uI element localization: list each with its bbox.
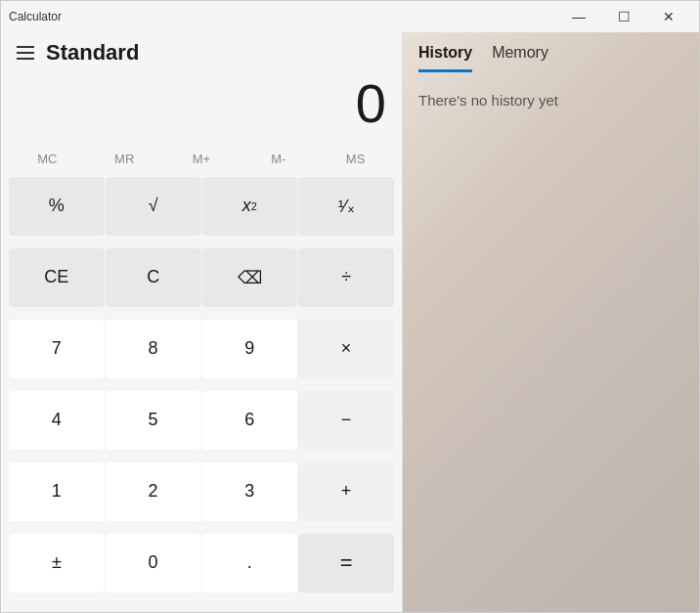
backspace-button[interactable]: ⌫ — [202, 248, 298, 307]
one-button[interactable]: 1 — [9, 462, 105, 521]
hamburger-icon[interactable] — [17, 46, 34, 60]
subtract-button[interactable]: − — [298, 391, 394, 450]
calculator-panel: Standard 0 MC MR M+ M- MS % √ x2 ¹⁄ₓ CE — [1, 32, 402, 612]
calc-display: 0 — [1, 69, 402, 142]
divide-button[interactable]: ÷ — [298, 248, 394, 307]
tabs-row: History Memory — [403, 32, 699, 72]
memory-clear-button[interactable]: MC — [9, 142, 86, 177]
five-button[interactable]: 5 — [106, 391, 201, 450]
calc-mode-title: Standard — [46, 40, 139, 66]
title-bar: Calculator — ☐ ✕ — [1, 1, 699, 32]
tab-memory[interactable]: Memory — [492, 44, 548, 72]
button-grid: % √ x2 ¹⁄ₓ CE C ⌫ ÷ 7 8 9 × 4 5 6 − 1 2 … — [1, 177, 402, 612]
hamburger-line-3 — [17, 58, 34, 60]
zero-button[interactable]: 0 — [106, 534, 201, 592]
display-value: 0 — [17, 73, 386, 134]
sqrt-button[interactable]: √ — [106, 177, 201, 236]
calculator-window: Calculator — ☐ ✕ Standard 0 — [0, 0, 700, 613]
equals-button[interactable]: = — [298, 534, 394, 592]
tab-history[interactable]: History — [418, 44, 472, 72]
no-history-message: There's no history yet — [418, 92, 558, 109]
seven-button[interactable]: 7 — [9, 320, 105, 378]
maximize-button[interactable]: ☐ — [601, 1, 646, 32]
memory-recall-button[interactable]: MR — [86, 142, 163, 177]
clear-entry-button[interactable]: CE — [9, 248, 105, 307]
main-content: Standard 0 MC MR M+ M- MS % √ x2 ¹⁄ₓ CE — [1, 32, 699, 612]
title-bar-left: Calculator — [9, 10, 62, 23]
negate-button[interactable]: ± — [9, 534, 105, 592]
history-content: There's no history yet — [403, 72, 699, 612]
close-button[interactable]: ✕ — [646, 1, 691, 32]
calc-header: Standard — [1, 32, 402, 69]
decimal-button[interactable]: . — [202, 534, 298, 592]
nine-button[interactable]: 9 — [202, 320, 298, 378]
four-button[interactable]: 4 — [9, 391, 105, 450]
memory-add-button[interactable]: M+ — [163, 142, 241, 177]
memory-subtract-button[interactable]: M- — [240, 142, 317, 177]
memory-row: MC MR M+ M- MS — [1, 142, 402, 177]
percent-button[interactable]: % — [9, 177, 105, 236]
square-button[interactable]: x2 — [202, 177, 298, 236]
title-bar-title: Calculator — [9, 10, 62, 23]
right-panel: History Memory There's no history yet — [403, 32, 699, 612]
hamburger-line-1 — [17, 46, 34, 48]
title-bar-controls: — ☐ ✕ — [556, 1, 691, 32]
two-button[interactable]: 2 — [106, 462, 201, 521]
reciprocal-button[interactable]: ¹⁄ₓ — [298, 177, 394, 236]
minimize-button[interactable]: — — [556, 1, 601, 32]
hamburger-line-2 — [17, 52, 34, 54]
three-button[interactable]: 3 — [202, 462, 298, 521]
six-button[interactable]: 6 — [202, 391, 298, 450]
multiply-button[interactable]: × — [298, 320, 394, 378]
memory-store-button[interactable]: MS — [317, 142, 394, 177]
eight-button[interactable]: 8 — [106, 320, 201, 378]
add-button[interactable]: + — [298, 462, 394, 521]
clear-button[interactable]: C — [106, 248, 201, 307]
